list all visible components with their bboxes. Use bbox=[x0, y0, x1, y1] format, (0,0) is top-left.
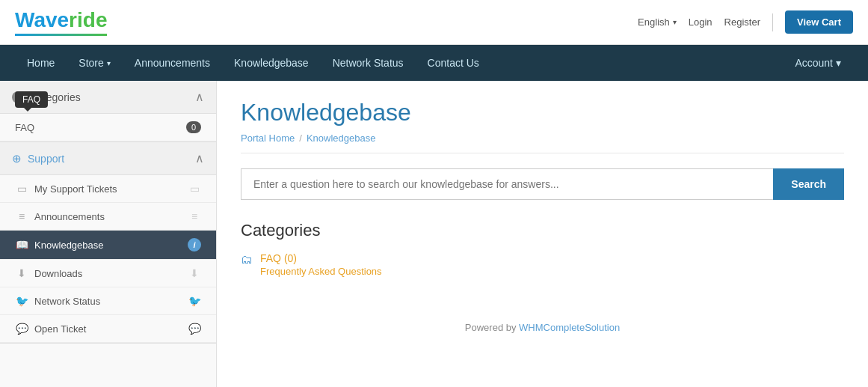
ticket-icon: ▭ bbox=[15, 183, 28, 195]
breadcrumb-current: Knowledgebase bbox=[307, 132, 376, 144]
nav-item-network-status[interactable]: Network Status bbox=[321, 45, 416, 81]
downloads-label: Downloads bbox=[34, 268, 82, 279]
sidebar-support-header: ⊕ Support ∧ bbox=[0, 142, 216, 175]
sidebar-support-title: Support bbox=[28, 153, 64, 165]
search-box: Search bbox=[241, 168, 844, 200]
account-chevron-icon: ▾ bbox=[836, 57, 841, 69]
network-status-label: Network Status bbox=[34, 296, 100, 307]
account-label: Account bbox=[795, 57, 833, 69]
store-chevron-icon: ▾ bbox=[107, 59, 111, 67]
language-selector[interactable]: English ▾ bbox=[638, 16, 677, 28]
nav-item-announcements[interactable]: Announcements bbox=[123, 45, 222, 81]
knowledgebase-info-badge: i bbox=[188, 238, 201, 252]
sidebar-item-knowledgebase[interactable]: 📖 Knowledgebase i bbox=[0, 231, 216, 260]
breadcrumb: Portal Home / Knowledgebase bbox=[241, 132, 844, 153]
download-icon: ⬇ bbox=[15, 267, 28, 279]
nav-item-store[interactable]: Store ▾ bbox=[67, 45, 122, 81]
logo: Waveride bbox=[15, 8, 107, 36]
nav-item-contact-us[interactable]: Contact Us bbox=[416, 45, 491, 81]
logo-ride: ride bbox=[69, 8, 107, 31]
category-faq-description: Frequently Asked Questions bbox=[260, 266, 382, 277]
support-globe-icon: ⊕ bbox=[12, 152, 22, 165]
nav-item-knowledgebase[interactable]: Knowledgebase bbox=[222, 45, 321, 81]
powered-by-text: Powered by bbox=[465, 322, 519, 333]
announcements-right-icon: ≡ bbox=[188, 210, 201, 222]
knowledgebase-icon: 📖 bbox=[15, 239, 28, 251]
content-area: Knowledgebase Portal Home / Knowledgebas… bbox=[217, 81, 868, 387]
categories-section-title: Categories bbox=[241, 221, 844, 240]
folder-icon: 🗂 bbox=[241, 253, 253, 266]
sidebar-support-section: ⊕ Support ∧ ▭ My Support Tickets ▭ ≡ Ann… bbox=[0, 142, 216, 344]
ticket-right-icon: ▭ bbox=[188, 183, 201, 195]
categories-collapse-button[interactable]: ∧ bbox=[195, 90, 204, 104]
list-icon: ≡ bbox=[15, 210, 28, 222]
language-chevron-icon: ▾ bbox=[673, 18, 677, 26]
main-nav: Home Store ▾ Announcements Knowledgebase… bbox=[0, 45, 868, 81]
support-collapse-button[interactable]: ∧ bbox=[195, 151, 204, 165]
whmcs-link[interactable]: WHMCompleteSolution bbox=[519, 322, 620, 333]
page-title: Knowledgebase bbox=[241, 99, 844, 127]
nav-item-home[interactable]: Home bbox=[15, 45, 67, 81]
login-link[interactable]: Login bbox=[689, 16, 712, 28]
chat-icon: 💬 bbox=[15, 323, 28, 335]
search-button[interactable]: Search bbox=[773, 168, 844, 200]
category-faq-link[interactable]: FAQ (0) bbox=[260, 252, 297, 264]
view-cart-button[interactable]: View Cart bbox=[785, 10, 853, 34]
announcements-label: Announcements bbox=[34, 211, 105, 222]
powered-by: Powered by WHMCompleteSolution bbox=[241, 322, 844, 333]
account-menu[interactable]: Account ▾ bbox=[783, 45, 853, 81]
sidebar-item-faq[interactable]: FAQ FAQ 0 bbox=[0, 114, 216, 141]
sidebar-item-downloads[interactable]: ⬇ Downloads ⬇ bbox=[0, 260, 216, 287]
language-label: English bbox=[638, 16, 670, 28]
network-right-icon: 🐦 bbox=[188, 295, 201, 307]
register-link[interactable]: Register bbox=[724, 16, 760, 28]
logo-wave: Wave bbox=[15, 8, 69, 31]
faq-label: FAQ bbox=[15, 122, 34, 133]
search-input[interactable] bbox=[241, 168, 773, 200]
open-ticket-label: Open Ticket bbox=[34, 323, 86, 335]
open-ticket-right-icon: 💬 bbox=[188, 323, 201, 335]
breadcrumb-portal-home[interactable]: Portal Home bbox=[241, 132, 295, 144]
sidebar-item-my-support-tickets[interactable]: ▭ My Support Tickets ▭ bbox=[0, 175, 216, 203]
sidebar-categories-section: i Categories ∧ FAQ FAQ 0 bbox=[0, 81, 216, 142]
sidebar-item-open-ticket[interactable]: 💬 Open Ticket 💬 bbox=[0, 315, 216, 343]
faq-tooltip: FAQ bbox=[15, 91, 48, 108]
main-layout: i Categories ∧ FAQ FAQ 0 ⊕ Support ∧ bbox=[0, 81, 868, 387]
sidebar-item-announcements[interactable]: ≡ Announcements ≡ bbox=[0, 203, 216, 231]
breadcrumb-separator: / bbox=[299, 132, 302, 144]
download-right-icon: ⬇ bbox=[188, 267, 201, 279]
top-right-actions: English ▾ Login Register View Cart bbox=[638, 10, 853, 34]
divider bbox=[772, 13, 773, 31]
category-faq: 🗂 FAQ (0) Frequently Asked Questions bbox=[241, 252, 844, 277]
knowledgebase-label: Knowledgebase bbox=[34, 240, 104, 251]
network-icon: 🐦 bbox=[15, 295, 28, 307]
my-support-tickets-label: My Support Tickets bbox=[34, 183, 117, 195]
sidebar: i Categories ∧ FAQ FAQ 0 ⊕ Support ∧ bbox=[0, 81, 217, 387]
faq-count-badge: 0 bbox=[186, 121, 201, 133]
sidebar-item-network-status[interactable]: 🐦 Network Status 🐦 bbox=[0, 287, 216, 315]
top-bar: Waveride English ▾ Login Register View C… bbox=[0, 0, 868, 45]
